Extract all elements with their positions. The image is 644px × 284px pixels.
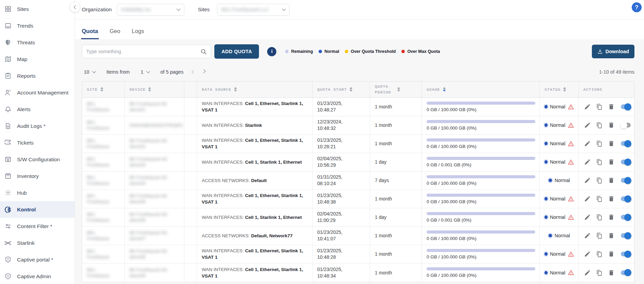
sidebar-item-s-w-configuration[interactable]: S/W Configuration: [0, 151, 75, 168]
quota-period-value: 1 month: [375, 122, 417, 128]
copy-button[interactable]: [596, 213, 603, 221]
column-header-device[interactable]: DEVICE: [125, 81, 184, 98]
site-name-redacted: BK1: [87, 156, 120, 162]
help-icon[interactable]: ?: [632, 2, 642, 12]
delete-button[interactable]: [608, 269, 615, 276]
quota-period-cell: 1 month: [370, 245, 422, 263]
sites-select[interactable]: BK1 Fronthaused LLC: [217, 4, 290, 16]
sidebar-item-audit-logs[interactable]: Audit Logs *: [0, 118, 75, 134]
sidebar-item-hub[interactable]: Hub: [0, 184, 75, 201]
edit-button[interactable]: [584, 158, 591, 166]
sidebar-item-captive-admin[interactable]: Captive Admin: [0, 268, 75, 284]
sidebar-item-kontrol[interactable]: Kontrol: [0, 201, 75, 218]
copy-button[interactable]: [596, 195, 603, 203]
sidebar-item-captive-portal[interactable]: Captive portal *: [0, 251, 75, 268]
sidebar-item-account-management[interactable]: Account Management: [0, 84, 75, 101]
organization-select[interactable]: K4Mobility Inc: [117, 4, 184, 16]
enable-toggle[interactable]: [621, 252, 631, 256]
enable-toggle[interactable]: [621, 123, 631, 128]
edit-button[interactable]: [584, 121, 591, 129]
delete-button[interactable]: [608, 121, 615, 129]
delete-button[interactable]: [608, 213, 615, 221]
organization-value-redacted: K4Mobility Inc: [121, 7, 151, 12]
edit-button[interactable]: [584, 232, 591, 239]
data-source-type: WAN INTERFACES:: [202, 123, 244, 128]
edit-button[interactable]: [584, 269, 591, 276]
sidebar-item-content-filter[interactable]: Content Filter *: [0, 218, 75, 235]
edit-button[interactable]: [584, 103, 591, 110]
quota-start-time: 10:41:07: [317, 236, 366, 242]
sidebar-item-label: S/W Configuration: [17, 156, 60, 163]
quota-start-cell: 02/04/2025, 10:56:29: [312, 153, 370, 171]
delete-button[interactable]: [608, 158, 615, 166]
column-header-usage[interactable]: USAGE: [422, 81, 540, 98]
enable-toggle[interactable]: [621, 233, 631, 238]
status-dot-icon: [549, 234, 552, 237]
copy-button[interactable]: [596, 103, 603, 110]
enable-toggle[interactable]: [621, 104, 631, 109]
copy-button[interactable]: [596, 121, 603, 129]
sidebar-item-label: Starlink: [17, 240, 35, 246]
enable-toggle[interactable]: [621, 196, 631, 201]
search-icon[interactable]: [200, 48, 207, 55]
enable-toggle[interactable]: [621, 178, 631, 183]
page-size-select[interactable]: 10: [82, 69, 97, 75]
copy-button[interactable]: [596, 140, 603, 147]
sidebar-item-map[interactable]: Map: [0, 51, 75, 68]
delete-button[interactable]: [608, 177, 615, 184]
quota-start-time: 10:56:29: [317, 162, 366, 168]
sidebar-item-tickets[interactable]: Tickets: [0, 134, 75, 151]
usage-text: 0 GB / 0.001 GB (0%): [427, 218, 535, 223]
edit-button[interactable]: [584, 140, 591, 147]
sidebar-item-reports[interactable]: Reports: [0, 68, 75, 84]
tab-geo[interactable]: Geo: [110, 28, 120, 39]
sidebar-item-inventory[interactable]: Inventory: [0, 168, 75, 184]
download-button[interactable]: Download: [592, 45, 634, 58]
actions-cell: [579, 190, 635, 208]
kontrol-icon: [4, 206, 12, 214]
copy-button[interactable]: [596, 250, 603, 258]
usage-text: 0 GB / 100.000 GB (0%): [427, 125, 535, 131]
delete-button[interactable]: [608, 140, 615, 147]
delete-button[interactable]: [608, 232, 615, 239]
column-header-quota-start[interactable]: QUOTA START: [312, 81, 370, 98]
enable-toggle[interactable]: [621, 141, 631, 146]
copy-button[interactable]: [596, 158, 603, 166]
column-header-data-source[interactable]: DATA SOURCE: [197, 81, 312, 98]
copy-button[interactable]: [596, 177, 603, 184]
status-cell: Normal: [540, 153, 579, 171]
delete-button[interactable]: [608, 195, 615, 203]
search-input[interactable]: [86, 49, 200, 54]
copy-button[interactable]: [596, 269, 603, 276]
tab-quota[interactable]: Quota: [82, 28, 98, 39]
add-quota-button[interactable]: ADD QUOTA: [214, 44, 259, 59]
delete-button[interactable]: [608, 250, 615, 258]
copy-button[interactable]: [596, 232, 603, 239]
enable-toggle[interactable]: [621, 270, 631, 275]
data-source-type: WAN INTERFACES:: [202, 215, 244, 220]
sidebar-item-threats[interactable]: Threats: [0, 34, 75, 51]
sidebar-item-starlink[interactable]: Starlink: [0, 235, 75, 251]
actions-cell: [579, 264, 635, 282]
sidebar-item-alerts[interactable]: Alerts: [0, 101, 75, 118]
edit-button[interactable]: [584, 195, 591, 203]
edit-button[interactable]: [584, 213, 591, 221]
prev-page-button[interactable]: [192, 70, 196, 74]
edit-button[interactable]: [584, 177, 591, 184]
enable-toggle[interactable]: [621, 215, 631, 220]
next-page-button[interactable]: [202, 69, 206, 73]
site-cell: BK1 Fronthause: [82, 116, 125, 134]
column-header-status[interactable]: STATUS: [540, 81, 579, 98]
page-select[interactable]: 1: [139, 69, 152, 75]
edit-button[interactable]: [584, 250, 591, 258]
column-header-quota-period[interactable]: QUOTA PERIOD: [370, 81, 422, 98]
tab-logs[interactable]: Logs: [132, 28, 144, 39]
sidebar-item-sites[interactable]: Sites: [0, 1, 75, 17]
delete-button[interactable]: [608, 103, 615, 110]
info-icon[interactable]: i: [267, 47, 276, 56]
sidebar-item-trends[interactable]: Trends: [0, 17, 75, 34]
collapse-sidebar-button[interactable]: [70, 2, 80, 13]
enable-toggle[interactable]: [621, 160, 631, 164]
items-range-label: 1-10 of 49 items: [599, 69, 634, 75]
column-header-site[interactable]: SITE: [82, 81, 125, 98]
